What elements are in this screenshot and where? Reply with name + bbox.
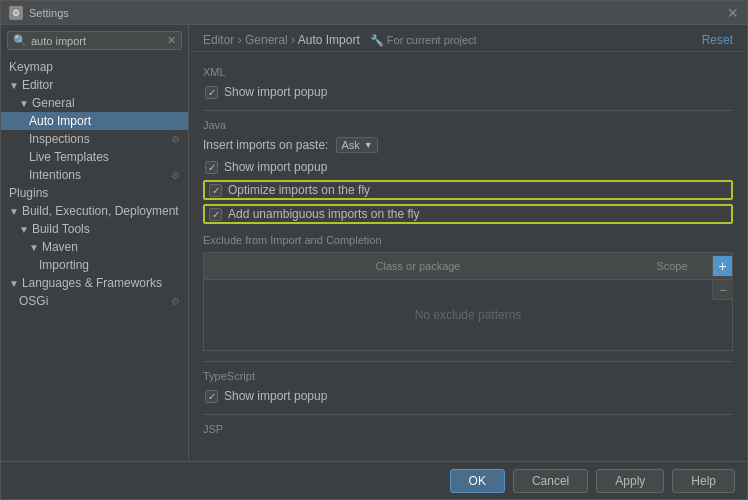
insert-on-paste-select[interactable]: Ask ▼ xyxy=(336,137,377,153)
divider xyxy=(203,110,733,111)
gear-icon: ⚙ xyxy=(171,134,180,145)
xml-section-label: XML xyxy=(203,66,733,78)
add-unambiguous-row: Add unambiguous imports on the fly xyxy=(203,204,733,224)
ts-show-popup-checkbox[interactable] xyxy=(205,390,218,403)
sidebar-item-build-tools[interactable]: ▼ Build Tools xyxy=(1,220,188,238)
arrow-icon: ▼ xyxy=(19,224,29,235)
main-header: Editor › General › Auto Import 🔧 For cur… xyxy=(189,25,747,52)
optimize-imports-label: Optimize imports on the fly xyxy=(228,183,370,197)
col-scope: Scope xyxy=(632,260,712,272)
java-show-popup-checkbox[interactable] xyxy=(205,161,218,174)
sidebar-item-plugins[interactable]: Plugins xyxy=(1,184,188,202)
add-exclude-button[interactable]: + xyxy=(712,256,732,276)
java-show-popup-row: Show import popup xyxy=(203,159,733,175)
remove-exclude-button[interactable]: − xyxy=(713,280,733,300)
table-side-buttons: − xyxy=(712,280,732,300)
java-section-label: Java xyxy=(203,119,733,131)
dropdown-arrow-icon: ▼ xyxy=(364,140,373,150)
app-icon: ⚙ xyxy=(9,6,23,20)
optimize-imports-checkbox[interactable] xyxy=(209,184,222,197)
gear-icon: ⚙ xyxy=(171,296,180,307)
content-area: 🔍 ✕ Keymap ▼ Editor ▼ General xyxy=(1,25,747,461)
table-body: No exclude patterns − xyxy=(204,280,732,350)
xml-section: XML Show import popup xyxy=(203,66,733,100)
search-box[interactable]: 🔍 ✕ xyxy=(7,31,182,50)
arrow-icon: ▼ xyxy=(29,242,39,253)
settings-window: ⚙ Settings ✕ 🔍 ✕ Keymap ▼ Editor xyxy=(0,0,748,500)
main-panel: Editor › General › Auto Import 🔧 For cur… xyxy=(189,25,747,461)
ok-button[interactable]: OK xyxy=(450,469,505,493)
exclude-section: Exclude from Import and Completion Class… xyxy=(203,234,733,351)
col-class-package: Class or package xyxy=(204,260,632,272)
ts-show-popup-row: Show import popup xyxy=(203,388,733,404)
gear-icon: ⚙ xyxy=(171,170,180,181)
sidebar-item-keymap[interactable]: Keymap xyxy=(1,58,188,76)
table-header: Class or package Scope + xyxy=(204,253,732,280)
sidebar-item-languages[interactable]: ▼ Languages & Frameworks xyxy=(1,274,188,292)
search-icon: 🔍 xyxy=(13,34,27,47)
window-title: Settings xyxy=(29,7,69,19)
arrow-icon: ▼ xyxy=(19,98,29,109)
ts-show-popup-label: Show import popup xyxy=(224,389,327,403)
project-note: 🔧 For current project xyxy=(370,34,477,47)
close-button[interactable]: ✕ xyxy=(727,5,739,21)
insert-on-paste-row: Insert imports on paste: Ask ▼ xyxy=(203,137,733,153)
jsp-section-label: JSP xyxy=(203,423,733,435)
insert-on-paste-label: Insert imports on paste: xyxy=(203,138,328,152)
arrow-icon: ▼ xyxy=(9,206,19,217)
sidebar-item-build[interactable]: ▼ Build, Execution, Deployment xyxy=(1,202,188,220)
empty-patterns-text: No exclude patterns xyxy=(415,308,522,322)
cancel-button[interactable]: Cancel xyxy=(513,469,588,493)
divider2 xyxy=(203,361,733,362)
sidebar-item-editor[interactable]: ▼ Editor xyxy=(1,76,188,94)
jsp-section: JSP xyxy=(203,423,733,435)
xml-show-popup-checkbox[interactable] xyxy=(205,86,218,99)
exclude-table: Class or package Scope + No exclude patt… xyxy=(203,252,733,351)
sidebar-item-osgi[interactable]: OSGi ⚙ xyxy=(1,292,188,310)
divider3 xyxy=(203,414,733,415)
sidebar-item-maven[interactable]: ▼ Maven xyxy=(1,238,188,256)
typescript-section: TypeScript Show import popup xyxy=(203,370,733,404)
footer: OK Cancel Apply Help xyxy=(1,461,747,499)
sidebar-tree: Keymap ▼ Editor ▼ General Auto Import xyxy=(1,56,188,461)
sidebar-item-auto-import[interactable]: Auto Import xyxy=(1,112,188,130)
sidebar-item-importing[interactable]: Importing xyxy=(1,256,188,274)
arrow-icon: ▼ xyxy=(9,278,19,289)
java-show-popup-label: Show import popup xyxy=(224,160,327,174)
search-input[interactable] xyxy=(31,35,151,47)
apply-button[interactable]: Apply xyxy=(596,469,664,493)
main-content: XML Show import popup Java Insert import… xyxy=(189,52,747,461)
sidebar-item-intentions[interactable]: Intentions ⚙ xyxy=(1,166,188,184)
java-section: Java Insert imports on paste: Ask ▼ Show… xyxy=(203,119,733,224)
add-unambiguous-label: Add unambiguous imports on the fly xyxy=(228,207,419,221)
reset-link[interactable]: Reset xyxy=(702,33,733,47)
sidebar-item-live-templates[interactable]: Live Templates xyxy=(1,148,188,166)
help-button[interactable]: Help xyxy=(672,469,735,493)
typescript-section-label: TypeScript xyxy=(203,370,733,382)
arrow-icon: ▼ xyxy=(9,80,19,91)
exclude-label: Exclude from Import and Completion xyxy=(203,234,733,246)
title-bar: ⚙ Settings ✕ xyxy=(1,1,747,25)
sidebar-item-inspections[interactable]: Inspections ⚙ xyxy=(1,130,188,148)
add-unambiguous-checkbox[interactable] xyxy=(209,208,222,221)
sidebar: 🔍 ✕ Keymap ▼ Editor ▼ General xyxy=(1,25,189,461)
optimize-imports-row: Optimize imports on the fly xyxy=(203,180,733,200)
xml-show-popup-row: Show import popup xyxy=(203,84,733,100)
xml-show-popup-label: Show import popup xyxy=(224,85,327,99)
search-clear-icon[interactable]: ✕ xyxy=(167,34,176,47)
breadcrumb: Editor › General › Auto Import xyxy=(203,33,360,47)
sidebar-item-general[interactable]: ▼ General xyxy=(1,94,188,112)
